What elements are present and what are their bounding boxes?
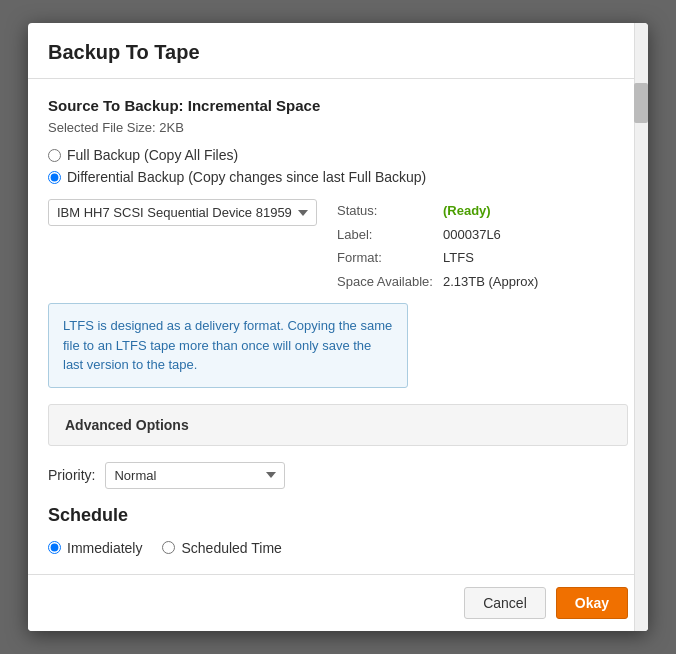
schedule-radio-row: Immediately Scheduled Time (48, 540, 628, 556)
scrollbar-track (634, 23, 648, 630)
device-select[interactable]: IBM HH7 SCSI Sequential Device 81959 (48, 199, 317, 226)
status-value: (Ready) (443, 199, 491, 222)
backup-type-group: Full Backup (Copy All Files) Differentia… (48, 147, 628, 185)
immediately-radio[interactable] (48, 541, 61, 554)
modal-body: Source To Backup: Incremental Space Sele… (28, 79, 648, 573)
source-title: Source To Backup: Incremental Space (48, 97, 628, 114)
ltfs-info-text: LTFS is designed as a delivery format. C… (63, 318, 392, 372)
modal-header: Backup To Tape (28, 23, 648, 79)
immediately-option[interactable]: Immediately (48, 540, 142, 556)
full-backup-radio[interactable] (48, 149, 61, 162)
format-row: Format: LTFS (337, 246, 538, 269)
space-label: Space Available: (337, 270, 437, 293)
ltfs-info-box: LTFS is designed as a delivery format. C… (48, 303, 408, 388)
tape-label-label: Label: (337, 223, 437, 246)
cancel-button[interactable]: Cancel (464, 587, 546, 619)
format-value: LTFS (443, 246, 474, 269)
scrollbar-thumb[interactable] (634, 83, 648, 123)
device-row: IBM HH7 SCSI Sequential Device 81959 Sta… (48, 199, 628, 293)
status-label: Status: (337, 199, 437, 222)
scheduled-time-option[interactable]: Scheduled Time (162, 540, 281, 556)
overlay: Backup To Tape Source To Backup: Increme… (0, 0, 676, 654)
tape-label-value: 000037L6 (443, 223, 501, 246)
differential-backup-option[interactable]: Differential Backup (Copy changes since … (48, 169, 628, 185)
full-backup-label: Full Backup (Copy All Files) (67, 147, 238, 163)
scheduled-time-radio[interactable] (162, 541, 175, 554)
file-size: Selected File Size: 2KB (48, 120, 628, 135)
full-backup-option[interactable]: Full Backup (Copy All Files) (48, 147, 628, 163)
status-row: Status: (Ready) (337, 199, 538, 222)
differential-backup-radio[interactable] (48, 171, 61, 184)
format-label: Format: (337, 246, 437, 269)
space-row: Space Available: 2.13TB (Approx) (337, 270, 538, 293)
priority-label: Priority: (48, 467, 95, 483)
advanced-options-bar[interactable]: Advanced Options (48, 404, 628, 446)
schedule-title: Schedule (48, 505, 628, 526)
immediately-label: Immediately (67, 540, 142, 556)
label-row: Label: 000037L6 (337, 223, 538, 246)
device-info: Status: (Ready) Label: 000037L6 Format: … (337, 199, 538, 293)
modal-footer: Cancel Okay (28, 574, 648, 631)
differential-backup-label: Differential Backup (Copy changes since … (67, 169, 426, 185)
priority-select[interactable]: Normal Low High (105, 462, 285, 489)
modal-dialog: Backup To Tape Source To Backup: Increme… (28, 23, 648, 630)
modal-title: Backup To Tape (48, 41, 628, 64)
advanced-options-label: Advanced Options (65, 417, 189, 433)
space-value: 2.13TB (Approx) (443, 270, 538, 293)
priority-row: Priority: Normal Low High (48, 462, 628, 489)
scheduled-time-label: Scheduled Time (181, 540, 281, 556)
okay-button[interactable]: Okay (556, 587, 628, 619)
